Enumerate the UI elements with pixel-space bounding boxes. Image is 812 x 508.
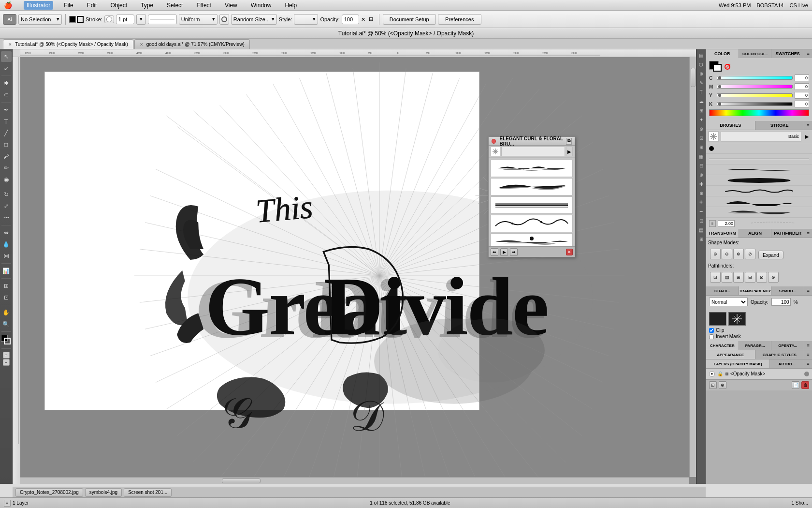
tool-pen[interactable]: ✒ [1, 105, 12, 115]
stroke-cap-btn[interactable] [219, 14, 229, 25]
brush-item-2[interactable] [706, 154, 812, 164]
pf-divide-btn[interactable]: ⊡ [710, 272, 721, 283]
fill-stroke-indicator[interactable] [1, 335, 12, 345]
k-value[interactable] [795, 101, 809, 107]
tool-rect[interactable]: □ [1, 139, 12, 150]
elegant-brush-item-5[interactable] [491, 233, 573, 246]
right-icon-1[interactable]: ▤ [697, 51, 705, 59]
none-color-btn[interactable] [725, 64, 730, 70]
layer-delete-btn[interactable]: 🗑 [801, 381, 809, 389]
zoom-out-right-btn[interactable]: − [697, 208, 705, 215]
tab-tutorial-close[interactable]: ✕ [8, 42, 12, 47]
appearance-panel-menu[interactable]: ≡ [804, 350, 812, 359]
layer-new-sublayer-btn[interactable]: ⊕ [719, 381, 726, 389]
layer-item-opacity-mask[interactable]: ● 🔒 <Opacity Mask> [706, 369, 812, 379]
right-icon-13[interactable]: ⊟ [697, 162, 705, 169]
filetab-symbols[interactable]: symbols4.jpg [85, 488, 122, 497]
tool-paintbrush[interactable]: 🖌 [1, 151, 12, 162]
appearance-tab-graphic-styles[interactable]: GRAPHIC STYLES [755, 350, 805, 359]
transform-tab-transform[interactable]: TRANSFORM [706, 229, 739, 238]
shape-minus-front-btn[interactable]: ⊖ [722, 249, 732, 259]
no-selection-dropdown[interactable]: No Selection ▾ [18, 14, 62, 25]
layer-make-clipping-btn[interactable]: ⊡ [709, 381, 717, 389]
character-panel-menu[interactable]: ≡ [804, 341, 812, 350]
color-spectrum-bar[interactable] [709, 109, 809, 116]
tool-slice[interactable]: ⊡ [1, 292, 12, 303]
elegant-brush-item-4[interactable] [491, 215, 573, 232]
tool-zoom[interactable]: 🔍 [1, 319, 12, 329]
tab-tutorial[interactable]: ✕ Tutorial.ai* @ 50% (<Opacity Mask> / O… [3, 39, 133, 49]
elegant-snowflake-btn[interactable] [491, 147, 500, 156]
tool-type[interactable]: T [1, 116, 12, 127]
elegant-brush-item-1[interactable] [491, 160, 573, 177]
layers-tab-artboard[interactable]: ARTBO... [770, 359, 804, 368]
right-icon-14[interactable]: ⊕ [697, 171, 705, 179]
opacity-btn[interactable]: ✕ [361, 16, 367, 22]
tool-direct-selection[interactable]: ↙ [1, 63, 12, 74]
mask-swatch-dark[interactable] [709, 312, 726, 326]
style-dropdown[interactable]: ▾ [294, 14, 318, 25]
stroke-weight-dropdown[interactable]: ▾ [136, 14, 146, 25]
transform-tab-pathfinder[interactable]: PATHFINDER [771, 229, 804, 238]
tool-column-graph[interactable]: 📊 [1, 266, 12, 276]
gradient-tab-transparency[interactable]: TRANSPARENCY [739, 286, 772, 295]
y-slider-handle[interactable] [718, 94, 721, 97]
menu-select[interactable]: Select [164, 1, 186, 10]
right-icon-15[interactable]: ✚ [697, 180, 705, 188]
stroke-uniform-dropdown[interactable]: Uniform ▾ [179, 14, 218, 25]
brush-item-6[interactable] [706, 196, 812, 207]
tool-hand[interactable]: ✋ [1, 307, 12, 318]
brushes-tab-brushes[interactable]: BRUSHES [706, 121, 755, 130]
hscroll-thumb[interactable] [222, 478, 261, 483]
opacity-input[interactable] [342, 15, 359, 24]
right-icon-9[interactable]: ⊗ [697, 125, 705, 133]
brushes-tab-stroke[interactable]: STROKE [755, 121, 805, 130]
layer-options-btn[interactable]: ≡ [4, 500, 11, 507]
opacity-value-input[interactable] [771, 298, 791, 306]
menu-object[interactable]: Object [107, 1, 130, 10]
gradient-tab-symbols[interactable]: SYMBO... [771, 286, 804, 295]
elegant-prev-btn[interactable]: ⬅ [491, 248, 498, 256]
elegant-scroll-indicator[interactable]: ▶ [566, 147, 573, 156]
brush-item-4[interactable] [706, 175, 812, 186]
tool-blob[interactable]: ◉ [1, 174, 12, 185]
right-icon-12[interactable]: ▦ [697, 152, 705, 160]
brush-snowflake-icon[interactable] [708, 131, 719, 142]
menu-illustrator[interactable]: Illustrator [24, 1, 53, 10]
vscroll-thumb[interactable] [691, 68, 696, 87]
preferences-button[interactable]: Preferences [438, 14, 481, 25]
brushes-expand-btn[interactable]: ▶ [803, 133, 810, 140]
tool-warp[interactable]: 〜 [1, 212, 12, 223]
transform-panel-menu[interactable]: ≡ [804, 229, 812, 238]
elegant-play-btn[interactable]: ▶ [500, 248, 508, 256]
variable-width-btn[interactable]: ⊞ [369, 16, 376, 23]
pf-trim-btn[interactable]: ▤ [722, 272, 732, 283]
elegant-brush-item-3[interactable] [491, 196, 573, 214]
shape-unite-btn[interactable]: ⊕ [710, 249, 721, 259]
stroke-color-well[interactable] [104, 15, 114, 23]
right-icon-16[interactable]: ⊕ [697, 189, 705, 197]
app-icon-btn[interactable]: Ai [3, 14, 16, 25]
elegant-delete-btn[interactable]: ✕ [566, 249, 573, 255]
right-icon-5[interactable]: T [697, 88, 705, 96]
clip-checkbox[interactable] [709, 328, 714, 333]
y-value[interactable] [795, 92, 809, 99]
layers-panel-menu[interactable]: ≡ [804, 359, 812, 368]
brush-item-7[interactable] [706, 207, 812, 218]
color-tab-guide[interactable]: COLOR GUI... [739, 49, 772, 58]
gradient-tab-gradient[interactable]: GRADI... [706, 286, 739, 295]
tool-pencil[interactable]: ✏ [1, 163, 12, 173]
char-tab-character[interactable]: CHARACTER [706, 341, 739, 350]
layer-color-chip[interactable] [804, 372, 809, 376]
elegant-panel-close-btn[interactable] [492, 139, 496, 144]
menu-type[interactable]: Type [138, 1, 156, 10]
blend-mode-select[interactable]: Normal [709, 298, 748, 306]
filetab-screenshot[interactable]: Screen shot 201... [124, 488, 172, 497]
shape-intersect-btn[interactable]: ⊗ [733, 249, 744, 259]
brush-stroke-preview-bar[interactable]: Basic [721, 131, 801, 142]
brush-item-3[interactable] [706, 164, 812, 175]
transform-tab-align[interactable]: ALIGN [739, 229, 772, 238]
tool-eyedropper[interactable]: 💧 [1, 239, 12, 250]
fill-color-box[interactable] [69, 16, 76, 23]
pf-minus-back-btn[interactable]: ⊗ [768, 272, 779, 283]
